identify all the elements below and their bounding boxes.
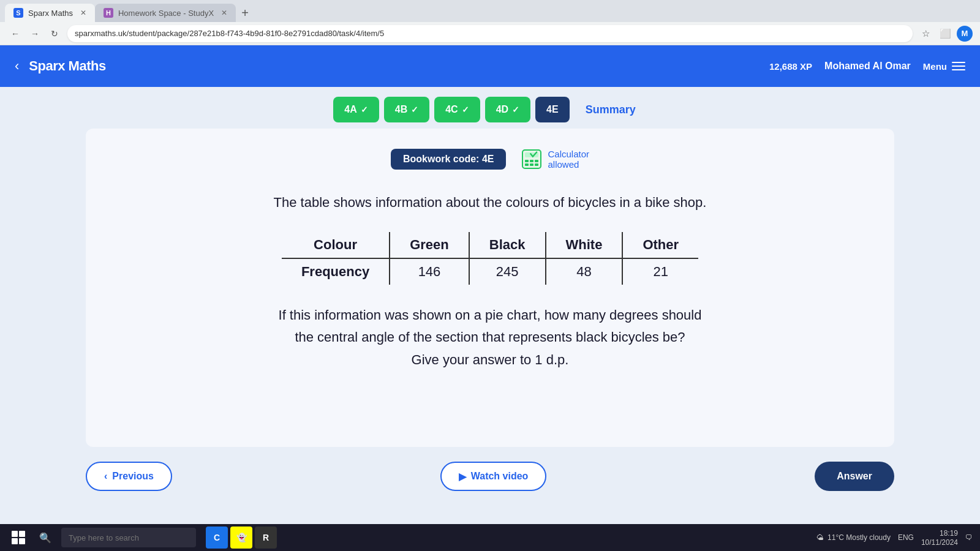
answer-label: Answer — [837, 471, 872, 481]
weather-display: 🌤 11°C Mostly cloudy — [816, 533, 891, 542]
tab-4D-label: 4D — [496, 104, 508, 115]
table-cell-other: 21 — [622, 258, 698, 285]
answer-button[interactable]: Answer — [815, 462, 894, 491]
table-header-black: Black — [469, 232, 546, 258]
calculator-info: Calculator allowed — [521, 148, 589, 170]
taskbar-apps: C 👻 R — [206, 527, 277, 549]
tab-4E[interactable]: 4E — [535, 97, 570, 122]
svg-rect-2 — [525, 160, 529, 162]
tab-4D-check: ✓ — [512, 105, 519, 114]
svg-rect-6 — [530, 163, 533, 166]
table-cell-white: 48 — [546, 258, 623, 285]
new-tab-button[interactable]: + — [236, 4, 254, 22]
watch-label: Watch video — [471, 471, 529, 482]
time-date-display: 18:19 10/11/2024 — [921, 529, 958, 547]
table-cell-green: 146 — [390, 258, 469, 285]
table-header-white: White — [546, 232, 623, 258]
app-back-button[interactable]: ‹ — [15, 58, 19, 74]
tab-4A[interactable]: 4A ✓ — [333, 97, 379, 122]
menu-label: Menu — [923, 61, 947, 72]
table-header-green: Green — [390, 232, 469, 258]
calculator-line2: allowed — [548, 159, 589, 170]
taskbar-snapchat[interactable]: 👻 — [230, 527, 252, 549]
svg-rect-5 — [525, 163, 529, 166]
time-display: 18:19 — [940, 529, 958, 538]
tab-4D[interactable]: 4D ✓ — [485, 97, 530, 122]
tab-4C[interactable]: 4C ✓ — [434, 97, 480, 122]
browser-controls: ← → ↻ — [7, 26, 62, 42]
tab-4B-check: ✓ — [411, 105, 418, 114]
tab-studyx-label: Homework Space - StudyX — [118, 9, 214, 18]
date-display: 10/11/2024 — [921, 538, 958, 547]
header-right: 12,688 XP Mohamed Al Omar Menu — [769, 61, 965, 72]
table-cell-label: Frequency — [282, 258, 390, 285]
tab-4B[interactable]: 4B ✓ — [384, 97, 429, 122]
refresh-button[interactable]: ↻ — [47, 26, 62, 42]
user-name: Mohamed Al Omar — [824, 61, 911, 72]
calculator-icon — [521, 148, 543, 170]
sub-question-line2: the central angle of the section that re… — [123, 326, 858, 348]
tab-studyx[interactable]: H Homework Space - StudyX ✕ — [95, 4, 236, 22]
table-header-colour: Colour — [282, 232, 390, 258]
forward-button[interactable]: → — [27, 26, 43, 42]
tab-4C-check: ✓ — [462, 105, 469, 114]
menu-button[interactable]: Menu — [923, 61, 965, 72]
windows-icon — [12, 531, 25, 544]
taskbar-lang: ENG — [898, 533, 914, 542]
data-table: Colour Green Black White Other Frequency… — [282, 232, 698, 285]
weather-text: 11°C Mostly cloudy — [827, 533, 891, 542]
notifications-icon: 🗨 — [965, 533, 973, 542]
hamburger-icon — [952, 62, 965, 70]
table-row: Frequency 146 245 48 21 — [282, 258, 698, 285]
app-logo: Sparx Maths — [29, 58, 760, 74]
extensions-icon[interactable]: ⬜ — [937, 26, 953, 42]
previous-button[interactable]: ‹ Previous — [86, 462, 172, 491]
sub-question-line1: If this information was shown on a pie c… — [123, 304, 858, 326]
browser-tab-bar: S Sparx Maths ✕ H Homework Space - Study… — [0, 0, 980, 22]
task-tabs: 4A ✓ 4B ✓ 4C ✓ 4D ✓ 4E Summary — [0, 87, 980, 129]
taskbar-right: 🌤 11°C Mostly cloudy ENG 18:19 10/11/202… — [816, 529, 973, 547]
tab-studyx-close[interactable]: ✕ — [221, 9, 227, 17]
taskbar-chrome[interactable]: C — [206, 527, 228, 549]
tab-sparx-close[interactable]: ✕ — [80, 9, 86, 17]
tab-4B-label: 4B — [395, 104, 407, 115]
sparx-favicon: S — [13, 8, 23, 18]
tab-4A-label: 4A — [344, 104, 356, 115]
back-button[interactable]: ← — [7, 26, 23, 42]
search-icon[interactable]: 🔍 — [34, 527, 56, 549]
prev-label: Previous — [112, 471, 154, 482]
studyx-favicon: H — [104, 8, 113, 18]
app-header: ‹ Sparx Maths 12,688 XP Mohamed Al Omar … — [0, 45, 980, 87]
top-info-row: Bookwork code: 4E Calculator allowed — [123, 148, 858, 170]
windows-start-button[interactable] — [7, 527, 29, 549]
tab-4E-label: 4E — [546, 104, 559, 115]
video-play-icon: ▶ — [459, 471, 466, 482]
tab-sparx-label: Sparx Maths — [28, 9, 73, 18]
sub-question-line3: Give your answer to 1 d.p. — [123, 349, 858, 371]
tab-4A-check: ✓ — [361, 105, 368, 114]
bookwork-badge: Bookwork code: 4E — [391, 149, 506, 170]
taskbar: 🔍 C 👻 R 🌤 11°C Mostly cloudy ENG 18:19 1… — [0, 524, 980, 551]
bottom-bar: ‹ Previous ▶ Watch video Answer — [0, 447, 980, 491]
sub-question: If this information was shown on a pie c… — [123, 304, 858, 371]
question-intro: The table shows information about the co… — [123, 192, 858, 212]
tab-summary[interactable]: Summary — [575, 97, 647, 122]
calculator-text: Calculator allowed — [548, 149, 589, 170]
taskbar-search[interactable] — [61, 528, 196, 547]
taskbar-roblox[interactable]: R — [255, 527, 277, 549]
watch-video-button[interactable]: ▶ Watch video — [440, 462, 547, 491]
data-table-wrapper: Colour Green Black White Other Frequency… — [123, 232, 858, 285]
address-bar-icons: ☆ ⬜ M — [918, 26, 973, 42]
tab-4C-label: 4C — [445, 104, 458, 115]
table-header-other: Other — [622, 232, 698, 258]
svg-rect-7 — [535, 163, 538, 166]
tab-summary-label: Summary — [586, 103, 636, 116]
profile-icon[interactable]: M — [957, 26, 973, 42]
calculator-line1: Calculator — [548, 149, 589, 159]
table-cell-black: 245 — [469, 258, 546, 285]
bookmark-icon[interactable]: ☆ — [918, 26, 933, 42]
xp-display: 12,688 XP — [769, 61, 812, 72]
svg-rect-3 — [530, 160, 533, 162]
url-input[interactable] — [67, 25, 913, 42]
tab-sparx[interactable]: S Sparx Maths ✕ — [5, 4, 95, 22]
